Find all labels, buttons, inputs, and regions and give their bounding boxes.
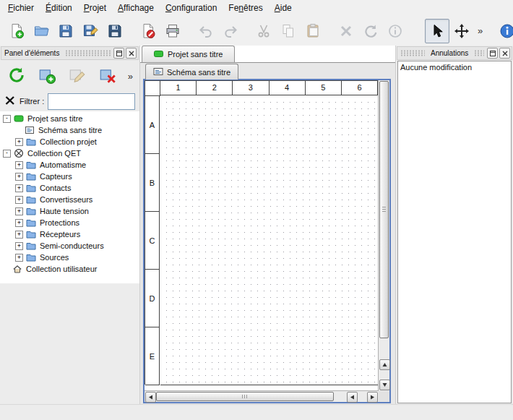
tree-item-haute-tension[interactable]: + Haute tension [0, 205, 139, 217]
row-header: D [145, 270, 160, 327]
menu-projet[interactable]: Projet [78, 1, 112, 15]
folder-icon [26, 241, 37, 251]
menu-configuration[interactable]: Configuration [160, 1, 223, 15]
expand-expander-icon[interactable]: + [15, 184, 23, 192]
vertical-scrollbar-thumb[interactable] [379, 81, 389, 338]
tree-item-capteurs[interactable]: + Capteurs [0, 171, 139, 182]
dock-float-button[interactable] [487, 48, 498, 59]
redo-button[interactable] [218, 19, 243, 43]
visualisation-mode-button[interactable] [449, 19, 474, 43]
menu-fichier[interactable]: Fichier [2, 1, 40, 15]
diagram-subwindow: 1 2 3 4 5 6 A B C D [143, 79, 391, 403]
expand-expander-icon[interactable]: + [15, 196, 23, 204]
expand-expander-icon[interactable]: + [15, 242, 23, 250]
diagram-grid-canvas[interactable] [160, 96, 378, 385]
dock-grip[interactable] [474, 50, 484, 56]
tree-item-label: Contacts [40, 184, 71, 192]
scroll-down-button[interactable] [379, 380, 390, 390]
menu-aide[interactable]: Aide [269, 1, 298, 15]
dock-float-button[interactable] [113, 48, 124, 59]
delete-selection-button[interactable] [334, 19, 358, 43]
menu-fenetres[interactable]: Fenêtres [223, 1, 268, 15]
open-project-button[interactable] [29, 19, 53, 43]
scroll-left-button-2[interactable] [347, 392, 358, 403]
reload-collections-button[interactable] [7, 65, 27, 87]
horizontal-scrollbar-thumb[interactable] [156, 392, 334, 401]
tree-item-label: Automatisme [40, 160, 86, 169]
tab-projet-sans-titre[interactable]: Projet sans titre [142, 46, 235, 62]
dock-close-button[interactable] [499, 48, 510, 59]
tree-item-schema-sans-titre[interactable]: Schéma sans titre [0, 124, 139, 136]
undo-panel-titlebar[interactable]: Annulations [397, 46, 512, 60]
tree-item-label: Schéma sans titre [38, 126, 102, 134]
expand-expander-icon[interactable]: + [15, 219, 23, 227]
column-header: 1 [160, 81, 197, 95]
tree-item-protections[interactable]: + Protections [0, 217, 139, 228]
delete-element-button[interactable] [98, 65, 118, 87]
qelectrotech-window: Fichier Édition Projet Affichage Configu… [0, 0, 513, 420]
print-button[interactable] [160, 19, 185, 43]
tree-item-label: Récepteurs [40, 230, 80, 239]
clear-filter-icon[interactable] [4, 95, 16, 108]
folder-icon [26, 171, 37, 181]
menu-affichage[interactable]: Affichage [112, 1, 160, 15]
scroll-up-button[interactable] [379, 359, 390, 370]
save-button[interactable] [53, 19, 78, 43]
expand-expander-icon[interactable]: + [15, 254, 23, 262]
paste-button[interactable] [301, 19, 325, 43]
horizontal-scrollbar[interactable] [145, 390, 379, 402]
tree-item-contacts[interactable]: + Contacts [0, 182, 139, 194]
redo-icon [223, 23, 238, 39]
close-file-button[interactable] [136, 19, 160, 43]
tree-item-recepteurs[interactable]: + Récepteurs [0, 228, 139, 240]
menu-edition[interactable]: Édition [40, 1, 78, 15]
new-document-button[interactable] [4, 19, 29, 43]
collapse-expander-icon[interactable]: - [3, 150, 11, 158]
tree-item-semi-conducteurs[interactable]: + Semi-conducteurs [0, 240, 139, 252]
dock-grip[interactable] [65, 50, 111, 56]
save-all-button[interactable] [103, 19, 127, 43]
save-as-button[interactable] [78, 19, 103, 43]
selection-mode-button[interactable] [425, 19, 449, 43]
dock-close-button[interactable] [126, 48, 137, 59]
tab-schema-sans-titre[interactable]: Schéma sans titre [145, 64, 238, 80]
undo-button[interactable] [194, 19, 218, 43]
tree-item-label: Collection projet [40, 137, 97, 146]
expand-expander-icon[interactable]: + [15, 161, 23, 169]
about-button[interactable] [495, 19, 513, 43]
schema-tab-label: Schéma sans titre [167, 68, 230, 77]
expand-expander-icon[interactable]: + [15, 231, 23, 239]
toolbar-overflow-button[interactable]: » [474, 25, 486, 36]
filter-input[interactable] [48, 93, 135, 110]
new-element-button[interactable] [37, 65, 58, 87]
tree-item-automatisme[interactable]: + Automatisme [0, 159, 139, 171]
expand-expander-icon[interactable]: + [15, 173, 23, 181]
copy-button[interactable] [276, 19, 301, 43]
tree-item-projet-sans-titre[interactable]: - Projet sans titre [0, 113, 139, 124]
tree-item-convertisseurs[interactable]: + Convertisseurs [0, 194, 139, 205]
tree-item-collection-projet[interactable]: + Collection projet [0, 136, 139, 147]
cut-button[interactable] [251, 19, 276, 43]
tree-item-collection-utilisateur[interactable]: Collection utilisateur [0, 263, 139, 275]
schema-sheet[interactable]: 1 2 3 4 5 6 A B C D [145, 80, 378, 385]
edit-element-icon [68, 66, 87, 86]
tree-item-sources[interactable]: + Sources [0, 252, 139, 263]
scroll-right-button[interactable] [367, 392, 378, 403]
conductor-info-button[interactable] [383, 19, 408, 43]
elements-toolbar-overflow-button[interactable]: » [128, 71, 133, 82]
expand-expander-icon[interactable]: + [15, 207, 23, 215]
expand-expander-icon[interactable]: + [15, 138, 23, 146]
edit-element-button[interactable] [67, 65, 88, 87]
tree-item-collection-qet[interactable]: - Collection QET [0, 147, 139, 159]
scroll-left-button[interactable] [145, 392, 156, 403]
diagram-viewport[interactable]: 1 2 3 4 5 6 A B C D [145, 80, 379, 391]
undo-history-list[interactable]: Aucune modification [397, 61, 512, 403]
dock-grip[interactable] [400, 50, 425, 56]
tree-item-label: Collection QET [27, 149, 81, 158]
collapse-expander-icon[interactable]: - [3, 115, 11, 123]
move-arrows-icon [454, 23, 470, 39]
column-header: 3 [233, 81, 269, 95]
elements-panel-titlebar[interactable]: Panel d'éléments [1, 46, 139, 60]
rotate-button[interactable] [358, 19, 383, 43]
vertical-scrollbar[interactable] [378, 80, 389, 391]
